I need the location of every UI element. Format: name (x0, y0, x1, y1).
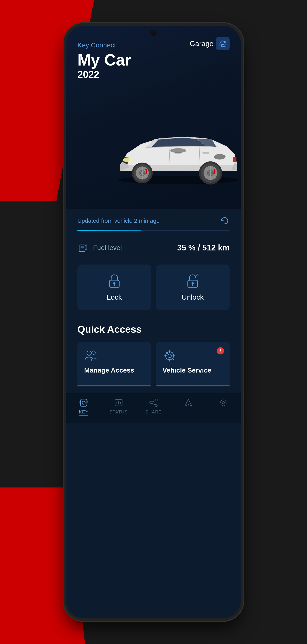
svg-point-58 (222, 402, 224, 404)
fuel-icon (77, 242, 89, 253)
lock-button[interactable]: Lock (77, 264, 151, 310)
svg-point-48 (82, 401, 85, 404)
svg-point-54 (155, 399, 157, 401)
fuel-row: Fuel level 35 % / 512 km (77, 238, 230, 258)
nav-label-share: SHARE (145, 410, 162, 414)
card-underline (77, 386, 151, 386)
svg-point-26 (170, 148, 186, 153)
svg-rect-4 (233, 157, 236, 162)
action-buttons: Lock Unlock (66, 264, 241, 319)
svg-line-56 (152, 401, 155, 402)
nav-item-settings[interactable] (210, 398, 237, 416)
card-underline-2 (156, 386, 230, 386)
screen: Garage Key Connect My Car 2022 (66, 26, 241, 618)
svg-rect-8 (202, 152, 209, 154)
nav-label-key: KEY (79, 410, 88, 414)
unlock-button[interactable]: Unlock (156, 264, 230, 310)
update-text: Updated from vehicle 2 min ago (77, 217, 160, 224)
phone-frame: Garage Key Connect My Car 2022 (66, 26, 241, 618)
unlock-label: Unlock (182, 293, 204, 302)
header-area: Garage Key Connect My Car 2022 (66, 26, 241, 209)
fuel-left: Fuel level (77, 242, 122, 253)
quick-access-title: Quick Access (77, 324, 230, 335)
nav-item-navigation[interactable] (175, 398, 202, 416)
svg-point-53 (150, 402, 152, 404)
quick-access-grid: Manage Access ! (77, 342, 230, 386)
bottom-nav: KEY STATUS (66, 393, 241, 423)
garage-icon (216, 37, 230, 50)
manage-access-label: Manage Access (84, 366, 145, 374)
camera-notch (150, 30, 157, 36)
car-year: 2022 (77, 69, 230, 80)
svg-point-3 (123, 158, 131, 162)
info-section: Updated from vehicle 2 min ago (66, 209, 241, 264)
fuel-label: Fuel level (93, 244, 122, 252)
quick-access-section: Quick Access Manage Access (66, 319, 241, 393)
svg-point-36 (92, 351, 95, 354)
nav-label-status: STATUS (109, 410, 128, 414)
progress-bar-fill (77, 230, 141, 231)
garage-button[interactable]: Garage (189, 37, 230, 50)
svg-rect-47 (81, 399, 87, 406)
manage-access-card[interactable]: Manage Access (77, 342, 151, 386)
nav-active-line (79, 416, 88, 416)
update-row: Updated from vehicle 2 min ago (77, 216, 230, 226)
vehicle-service-card[interactable]: ! (156, 342, 230, 386)
lock-label: Lock (107, 293, 122, 302)
fuel-value: 35 % / 512 km (177, 243, 230, 252)
manage-access-icon (84, 350, 145, 363)
garage-label: Garage (189, 40, 213, 48)
nav-item-share[interactable]: SHARE (140, 398, 167, 416)
svg-point-38 (168, 354, 171, 358)
svg-point-35 (87, 351, 91, 355)
svg-line-57 (152, 404, 155, 405)
svg-rect-28 (81, 246, 84, 248)
progress-bar (77, 230, 230, 231)
svg-point-9 (214, 154, 225, 160)
car-image (109, 102, 241, 196)
vehicle-service-label: Vehicle Service (162, 366, 223, 374)
car-name: My Car (77, 51, 230, 69)
alert-badge: ! (217, 347, 224, 354)
nav-item-status[interactable]: STATUS (105, 398, 132, 416)
svg-point-55 (155, 404, 157, 406)
vehicle-service-icon (162, 350, 223, 363)
refresh-icon[interactable] (220, 216, 230, 226)
nav-item-key[interactable]: KEY (70, 398, 97, 416)
svg-point-59 (220, 400, 226, 406)
